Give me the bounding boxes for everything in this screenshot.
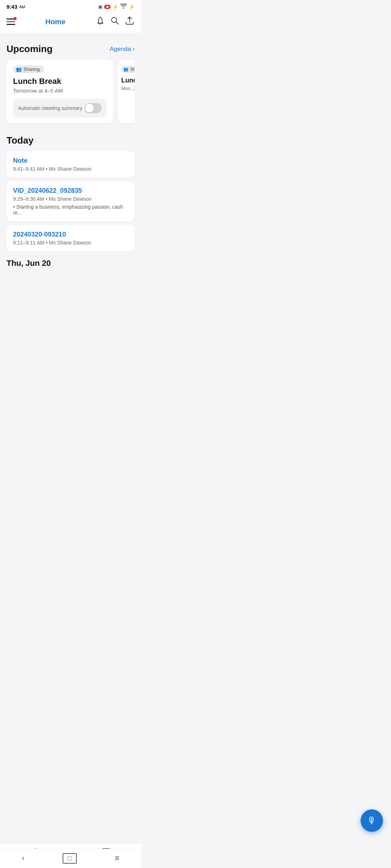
list-item-note[interactable]: Note 9:41–9:41 AM • Ms Shane Dawson (7, 151, 135, 178)
auto-summary-label: Automatic meeting summary (18, 105, 82, 111)
list-item-20240320[interactable]: 20240320-093210 9:11–9:11 AM • Ms Shane … (7, 225, 135, 251)
sharing-badge: 👥 Sharing (13, 65, 44, 73)
sharing-icon-2: 👥 (123, 67, 129, 72)
sharing-label-2: Sho (130, 67, 135, 72)
today-section: Today Note 9:41–9:41 AM • Ms Shane Dawso… (7, 135, 135, 251)
bell-icon[interactable] (96, 16, 105, 27)
wifi-icon (120, 4, 127, 10)
card-subtitle-1: Tomorrow at 4–5 AM (13, 88, 107, 94)
card-footer-1: Automatic meeting summary (13, 99, 107, 118)
svg-line-1 (116, 22, 118, 24)
auto-summary-toggle[interactable] (84, 103, 102, 113)
item-title-note: Note (13, 157, 128, 165)
sharing-label: Sharing (24, 67, 40, 72)
item-meta-20240320: 9:11–9:11 AM • Ms Shane Dawson (13, 240, 128, 246)
upcoming-scroll: 👥 Sharing Lunch Break Tomorrow at 4–5 AM… (7, 60, 135, 125)
status-bar: 9:43 AM ▣ ⏺ ⚡ ⚡ (0, 0, 141, 12)
item-title-vid: VID_20240622_092835 (13, 187, 128, 195)
top-nav: Home (0, 12, 141, 33)
upcoming-card-2-partial[interactable]: 👥 Sho Lunc Mon, J (118, 60, 135, 123)
main-content: Upcoming Agenda 👥 Sharing Lunch Break To… (0, 33, 141, 324)
battery-icon: ⚡ (129, 4, 135, 10)
date-separator-jun20: Thu, Jun 20 (7, 259, 135, 268)
upload-icon[interactable] (125, 16, 135, 28)
card-title-1: Lunch Break (13, 77, 107, 86)
upcoming-header: Upcoming Agenda (7, 43, 135, 55)
agenda-link[interactable]: Agenda (110, 46, 135, 53)
upcoming-card-1[interactable]: 👥 Sharing Lunch Break Tomorrow at 4–5 AM… (7, 60, 113, 123)
status-time: 9:43 (7, 4, 17, 10)
card-subtitle-2: Mon, J (121, 86, 135, 91)
toggle-knob (85, 104, 94, 112)
upcoming-title: Upcoming (7, 43, 52, 55)
menu-button[interactable] (7, 18, 15, 25)
item-meta-note: 9:41–9:41 AM • Ms Shane Dawson (13, 166, 128, 172)
search-icon[interactable] (110, 16, 119, 27)
card-title-2: Lunc (121, 77, 135, 84)
record-badge: ⏺ (104, 5, 110, 9)
status-ampm: AM (19, 5, 25, 9)
menu-notification-dot (13, 17, 17, 20)
page-title: Home (45, 18, 66, 26)
list-item-vid[interactable]: VID_20240622_092835 9:29–9:30 AM • Ms Sh… (7, 181, 135, 221)
item-bullet-vid: • Starting a business, emphasizing passi… (13, 204, 128, 216)
item-title-20240320: 20240320-093210 (13, 231, 128, 238)
sharing-icon: 👥 (16, 67, 22, 72)
bluetooth-icon: ⚡ (112, 4, 118, 10)
camera-icon: ▣ (98, 4, 102, 9)
item-meta-vid: 9:29–9:30 AM • Ms Shane Dawson (13, 196, 128, 202)
today-title: Today (7, 135, 135, 146)
sharing-badge-2: 👥 Sho (121, 66, 135, 73)
